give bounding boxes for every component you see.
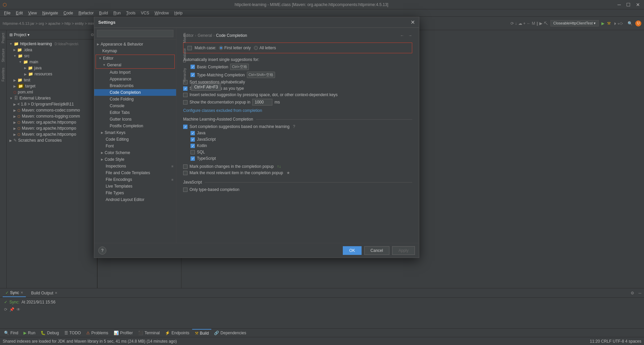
tree-item-test[interactable]: ▶ 📁 test [7,77,97,83]
vtab-hierarchy[interactable]: Hierarchy [182,65,187,85]
help-button[interactable]: ? [98,247,106,255]
sort-ml-checkbox[interactable] [183,125,187,129]
tree-item-scratches[interactable]: ▶ ✎ Scratches and Consoles [7,137,97,143]
mark-position-checkbox[interactable] [183,164,187,169]
bottom-tab-terminal[interactable]: ⬛ Terminal [136,329,162,337]
nav-code-folding[interactable]: Code Folding [94,96,176,102]
nav-color-scheme[interactable]: ▶ Color Scheme [94,149,176,156]
nav-keymap[interactable]: Keymap [94,48,176,54]
menu-help[interactable]: Help [171,10,185,16]
nav-smart-keys[interactable]: ▶ Smart Keys [94,129,176,136]
nav-editor[interactable]: ▼ Editor [96,55,174,62]
java-checkbox[interactable] [191,131,195,135]
nav-general[interactable]: ▼ General [96,62,174,68]
nav-forward-button[interactable]: → [408,33,412,38]
nav-code-completion[interactable]: Code Completion [94,89,176,96]
only-type-checkbox[interactable] [183,188,187,192]
tree-item-mvn3[interactable]: ▶ ⬡ Maven: org.apache.httpcompo [7,131,97,137]
typescript-checkbox[interactable] [191,156,195,161]
nav-file-code-templates[interactable]: File and Code Templates [94,169,176,176]
nav-breadcrumbs[interactable]: Breadcrumbs [94,82,176,89]
tree-item-external[interactable]: ▼ 🗄 External Libraries [7,95,97,101]
build-pin-icon[interactable]: 📌 [9,307,14,312]
menu-build[interactable]: Build [96,10,111,16]
build-tab-sync[interactable]: ✓ Sync ✕ [3,289,26,297]
bottom-tab-run[interactable]: ▶ Run [21,329,38,337]
nav-postfix-completion[interactable]: Postfix Completion [94,123,176,129]
show-doc-checkbox[interactable] [183,100,187,105]
menu-navigate[interactable]: Navigate [40,10,61,16]
build-tab-output[interactable]: Build Output ✕ [29,289,60,297]
menu-window[interactable]: Window [152,10,172,16]
tree-item-codec[interactable]: ▶ ⬡ Maven: commons-codec:commo [7,107,97,113]
javascript-checkbox[interactable] [191,137,195,142]
build-refresh-icon[interactable]: ⟳ [4,307,7,312]
build-button[interactable]: ⚒ [607,21,611,26]
configure-classes-link[interactable]: Configure classes excluded from completi… [183,108,262,113]
nav-android-layout[interactable]: Android Layout Editor [94,196,176,203]
sort-ml-help-icon[interactable]: ? [293,124,295,129]
bottom-tab-profiler[interactable]: 📊 Profiler [111,329,136,337]
doc-popup-ms-input[interactable] [252,99,272,106]
vtab-project[interactable]: Project [1,30,6,46]
tree-item-resources[interactable]: ▶ 📁 resources [7,71,97,77]
sql-checkbox[interactable] [191,150,195,154]
bottom-tab-problems[interactable]: ⚠ Problems [84,329,111,337]
radio-all-letters[interactable]: All letters [254,46,276,50]
bottom-tab-dependencies[interactable]: 🔗 Dependencies [211,329,249,337]
nav-console[interactable]: Console [94,102,176,109]
nav-font[interactable]: Font [94,143,176,149]
build-tab-output-close[interactable]: ✕ [55,291,57,295]
insert-space-checkbox[interactable] [183,93,187,97]
run-config-selector[interactable]: CloseableHttpClientTest ▾ [550,20,599,26]
build-eye-icon[interactable]: 👁 [16,307,20,312]
basic-completion-checkbox[interactable] [191,65,195,69]
tree-item-java[interactable]: ▶ 📁 java [7,65,97,71]
build-panel-gear[interactable]: ⚙ [631,291,634,295]
tree-item-target[interactable]: ▶ 📁 target [7,83,97,89]
vtab-structure[interactable]: Structure [1,46,6,65]
nav-inspections[interactable]: Inspections ≡ [94,163,176,169]
tree-item-mvn2[interactable]: ▶ ⬡ Maven: org.apache.httpcompo [7,125,97,131]
type-matching-checkbox[interactable] [191,73,195,77]
tree-item-idea[interactable]: ▶ 📁 .idea [7,47,97,53]
vtab-maven[interactable]: Maven [182,30,187,46]
tree-item-httpclient[interactable]: ▼ 📁 httpclient-learning D:\IdeaProjects\ [7,41,97,47]
nav-file-types[interactable]: File Types [94,190,176,196]
menu-code[interactable]: Code [61,10,76,16]
nav-editor-tabs[interactable]: Editor Tabs [94,109,176,116]
nav-live-templates[interactable]: Live Templates [94,183,176,190]
bottom-tab-debug[interactable]: 🐛 Debug [38,329,61,337]
ok-button[interactable]: OK [343,246,361,255]
nav-gutter-icons[interactable]: Gutter Icons [94,116,176,123]
mark-relevant-checkbox[interactable] [183,171,187,175]
minimize-button[interactable]: ─ [616,2,622,7]
maximize-button[interactable]: ☐ [625,2,632,7]
kotlin-checkbox[interactable] [191,144,195,148]
build-tab-sync-close[interactable]: ✕ [20,291,23,294]
menu-run[interactable]: Run [111,10,123,16]
bottom-tab-build[interactable]: ⚒ Build [192,329,212,337]
apply-button[interactable]: Apply [392,246,415,255]
vtab-database[interactable]: Database [182,46,187,65]
menu-edit[interactable]: Edit [13,10,25,16]
nav-code-editing[interactable]: Code Editing [94,136,176,143]
tree-item-pom[interactable]: ⬡ pom.xml [7,89,97,95]
build-panel-minimize[interactable]: ─ [638,291,641,295]
bottom-tab-find[interactable]: 🔍 Find [1,329,21,337]
bottom-tab-todo[interactable]: ☰ TODO [62,329,84,337]
cancel-button[interactable]: Cancel [364,246,389,255]
nav-back-button[interactable]: ← [400,33,404,38]
nav-appearance-behavior[interactable]: ▶ Appearance & Behavior [94,41,176,48]
menu-tools[interactable]: Tools [123,10,138,16]
tree-item-main[interactable]: ▼ 📁 main [7,59,97,65]
tree-item-logging[interactable]: ▶ ⬡ Maven: commons-logging:comm [7,113,97,119]
nav-appearance[interactable]: Appearance [94,76,176,82]
nav-code-style[interactable]: ▶ Code Style [94,156,176,163]
menu-file[interactable]: File [1,10,13,16]
tree-item-jdk[interactable]: ▶ < 1.8 > D:\programFiles\jdk8\11 [7,101,97,107]
nav-file-encodings[interactable]: File Encodings ≡ [94,176,176,183]
settings-search-input[interactable] [97,30,173,37]
close-button[interactable]: ✕ [635,2,641,7]
bottom-tab-endpoints[interactable]: ⚡ Endpoints [162,329,192,337]
